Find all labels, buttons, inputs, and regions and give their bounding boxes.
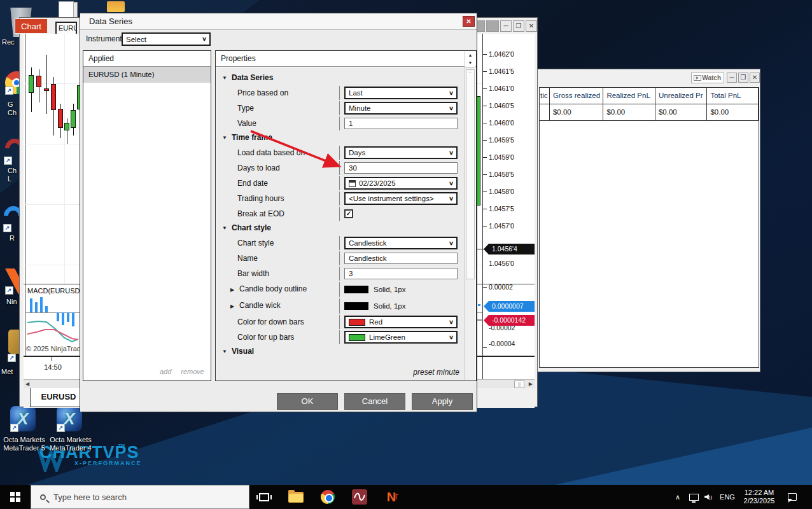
instrument-dropdown[interactable]: Select ∨ [122,32,211,46]
chart-minimize-button[interactable]: ─ [500,20,512,32]
watch-column-header[interactable]: tic [540,88,550,104]
property-row-name[interactable]: NameCandlestick [216,251,465,266]
watch-column-header[interactable]: Realized PnL [603,88,655,104]
collapse-arrow-icon[interactable]: ▼ [222,225,227,231]
tray-clock[interactable]: 12:22 AM 2/23/2025 [739,485,779,509]
dropdown-load-data-based-on[interactable]: Days∨ [344,146,458,159]
scroll-up-icon[interactable]: ▲ [465,52,475,59]
task-view-icon [259,493,269,501]
axis-tick [483,157,487,158]
property-row-chart-style[interactable]: Chart styleCandlestick∨ [216,235,465,251]
watch-minimize-button[interactable]: ─ [727,73,737,83]
checkbox-break-at-eod[interactable]: ✓ [344,209,353,218]
tray-network-button[interactable] [687,485,701,509]
property-row-value[interactable]: Value1 [216,116,465,131]
price-tick: 1.0461'0 [489,85,514,92]
chart-maximize-button[interactable]: ❒ [513,20,524,32]
instrument-label: Instrument [86,34,122,43]
watch-column-header[interactable]: Gross realized [550,88,604,104]
watch-column-header[interactable]: Unrealized Pr [655,88,708,104]
stroke-swatch[interactable] [344,286,368,293]
ok-button[interactable]: OK [277,393,338,410]
task-view-button[interactable] [255,488,274,506]
wave-app-button[interactable] [350,488,369,506]
chart-close-button[interactable]: ✕ [526,20,537,32]
watch-table-header[interactable]: ticGross realizedRealized PnLUnrealized … [540,88,759,104]
property-row-end-date[interactable]: End date02/23/2025∨ [216,176,465,191]
dialog-close-button[interactable]: ✕ [463,16,475,27]
tray-chevron-button[interactable]: ∧ [671,485,684,509]
property-row-days-to-load[interactable]: Days to load30 [216,160,465,176]
properties-scrollbar[interactable]: ▲ ▼ ≡ [465,52,475,380]
dropdown-color-for-down-bars[interactable]: Red∨ [344,316,458,328]
dropdown-end-date[interactable]: 02/23/2025∨ [344,177,458,190]
folder-icon[interactable] [107,1,125,12]
dropdown-chart-style[interactable]: Candlestick∨ [344,237,458,249]
collapse-arrow-icon[interactable]: ▼ [222,75,227,81]
property-row-chart-style[interactable]: ▼Chart style [216,221,465,235]
dropdown-price-based-on[interactable]: Last∨ [344,87,458,99]
watch-button[interactable]: ▶ Watch [691,73,724,83]
scroll-left-icon[interactable]: ◀ [25,380,29,388]
text-input-value[interactable]: 1 [344,118,458,129]
collapse-arrow-icon[interactable]: ▼ [222,349,227,354]
expand-arrow-icon[interactable]: ▶ [230,287,234,293]
scrollbar-thumb[interactable]: || [514,380,524,388]
collapse-arrow-icon[interactable]: ▼ [222,135,227,141]
apply-button[interactable]: Apply [412,393,473,410]
tray-volume-button[interactable]: )) [702,485,715,509]
property-row-data-series[interactable]: ▼Data Series [216,71,465,85]
taskbar-search-input[interactable]: Type here to search [31,485,249,509]
chart-tab[interactable]: Chart [15,18,48,34]
dropdown-type[interactable]: Minute∨ [344,102,458,115]
text-input-days-to-load[interactable]: 30 [344,162,458,174]
watch-table-row[interactable]: $0.00$0.00$0.00$0.00 [540,104,759,121]
chrome-taskbar-button[interactable] [318,488,337,506]
property-row-color-for-down-bars[interactable]: Color for down barsRed∨ [216,314,465,330]
property-row-price-based-on[interactable]: Price based onLast∨ [216,85,465,101]
property-row-candle-wick[interactable]: ▶Candle wickSolid, 1px [216,298,465,314]
stroke-swatch[interactable] [344,302,368,310]
macd-tick: 0.00002 [489,283,513,291]
property-label: Bar width [237,269,269,278]
remove-button[interactable]: remove [181,368,204,375]
watch-close-button[interactable]: ✕ [750,73,760,83]
scroll-down-icon[interactable]: ▼ [465,59,475,67]
dropdown-color-for-up-bars[interactable]: LimeGreen∨ [344,331,458,344]
property-row-trading-hours[interactable]: Trading hours<Use instrument settings>∨ [216,191,465,206]
property-label: Break at EOD [237,209,284,218]
file-explorer-button[interactable] [286,488,305,506]
document-icon[interactable] [59,1,74,18]
eurusd-tab[interactable]: EURUSD [30,388,87,407]
add-button[interactable]: add [160,368,171,375]
applied-series-item[interactable]: EURUSD (1 Minute) [83,67,211,83]
property-row-visual[interactable]: ▼Visual [216,345,465,359]
screen: { "colors": { "candle_up": "#3cba3c", "c… [0,0,812,509]
start-button[interactable] [0,485,31,509]
applied-list[interactable]: EURUSD (1 Minute) [83,67,211,83]
watch-column-header[interactable]: Total PnL [707,88,759,104]
property-row-time-frame[interactable]: ▼Time frame [216,131,465,145]
ninjatrader-taskbar-button[interactable]: NT [382,488,401,506]
candle-wick [67,118,67,144]
toolbar-button[interactable] [486,20,499,32]
tray-language-button[interactable]: ENG [718,485,737,509]
text-input-name[interactable]: Candlestick [344,253,458,264]
property-row-candle-body-outline[interactable]: ▶Candle body outlineSolid, 1px [216,281,465,298]
text-input-bar-width[interactable]: 3 [344,268,458,279]
action-center-button[interactable] [784,485,801,509]
notification-icon [788,493,797,501]
scrollbar-thumb[interactable]: ≡ [466,69,475,279]
instrument-tab[interactable]: EURU [55,22,77,35]
property-row-bar-width[interactable]: Bar width3 [216,266,465,281]
scroll-right-icon[interactable]: ▶ [529,380,533,388]
property-row-break-at-eod[interactable]: Break at EOD✓ [216,206,465,221]
cancel-button[interactable]: Cancel [344,393,405,410]
watch-maximize-button[interactable]: ❒ [738,73,748,83]
property-row-load-data-based-on[interactable]: Load data based onDays∨ [216,145,465,160]
chevron-down-icon: ∨ [449,105,454,111]
expand-arrow-icon[interactable]: ▶ [230,303,234,309]
property-row-color-for-up-bars[interactable]: Color for up barsLimeGreen∨ [216,330,465,345]
dropdown-trading-hours[interactable]: <Use instrument settings>∨ [344,192,458,205]
property-row-type[interactable]: TypeMinute∨ [216,101,465,116]
